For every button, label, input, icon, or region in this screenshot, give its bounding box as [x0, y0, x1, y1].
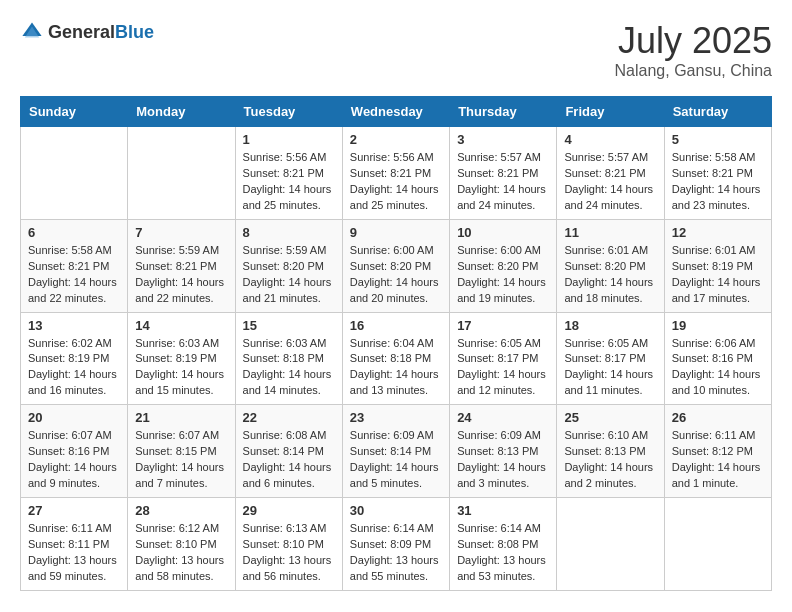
weekday-header-monday: Monday	[128, 97, 235, 127]
day-number: 1	[243, 132, 335, 147]
calendar-cell: 1Sunrise: 5:56 AM Sunset: 8:21 PM Daylig…	[235, 127, 342, 220]
day-info: Sunrise: 5:58 AM Sunset: 8:21 PM Dayligh…	[672, 150, 764, 214]
title-block: July 2025 Nalang, Gansu, China	[615, 20, 772, 80]
day-info: Sunrise: 5:59 AM Sunset: 8:20 PM Dayligh…	[243, 243, 335, 307]
calendar-cell: 3Sunrise: 5:57 AM Sunset: 8:21 PM Daylig…	[450, 127, 557, 220]
day-number: 21	[135, 410, 227, 425]
day-number: 23	[350, 410, 442, 425]
calendar-cell: 11Sunrise: 6:01 AM Sunset: 8:20 PM Dayli…	[557, 219, 664, 312]
day-info: Sunrise: 5:58 AM Sunset: 8:21 PM Dayligh…	[28, 243, 120, 307]
day-number: 22	[243, 410, 335, 425]
day-info: Sunrise: 6:09 AM Sunset: 8:14 PM Dayligh…	[350, 428, 442, 492]
week-row-3: 13Sunrise: 6:02 AM Sunset: 8:19 PM Dayli…	[21, 312, 772, 405]
logo-general: General	[48, 22, 115, 42]
day-number: 26	[672, 410, 764, 425]
day-info: Sunrise: 6:14 AM Sunset: 8:09 PM Dayligh…	[350, 521, 442, 585]
day-info: Sunrise: 6:11 AM Sunset: 8:12 PM Dayligh…	[672, 428, 764, 492]
calendar-cell: 15Sunrise: 6:03 AM Sunset: 8:18 PM Dayli…	[235, 312, 342, 405]
calendar-cell: 2Sunrise: 5:56 AM Sunset: 8:21 PM Daylig…	[342, 127, 449, 220]
day-info: Sunrise: 6:10 AM Sunset: 8:13 PM Dayligh…	[564, 428, 656, 492]
day-number: 24	[457, 410, 549, 425]
day-info: Sunrise: 6:02 AM Sunset: 8:19 PM Dayligh…	[28, 336, 120, 400]
day-number: 4	[564, 132, 656, 147]
calendar-cell: 22Sunrise: 6:08 AM Sunset: 8:14 PM Dayli…	[235, 405, 342, 498]
calendar-cell: 8Sunrise: 5:59 AM Sunset: 8:20 PM Daylig…	[235, 219, 342, 312]
day-number: 16	[350, 318, 442, 333]
calendar-cell	[21, 127, 128, 220]
calendar-cell: 20Sunrise: 6:07 AM Sunset: 8:16 PM Dayli…	[21, 405, 128, 498]
day-info: Sunrise: 6:07 AM Sunset: 8:16 PM Dayligh…	[28, 428, 120, 492]
calendar-cell: 9Sunrise: 6:00 AM Sunset: 8:20 PM Daylig…	[342, 219, 449, 312]
day-info: Sunrise: 6:00 AM Sunset: 8:20 PM Dayligh…	[457, 243, 549, 307]
day-number: 3	[457, 132, 549, 147]
calendar-cell: 19Sunrise: 6:06 AM Sunset: 8:16 PM Dayli…	[664, 312, 771, 405]
calendar-cell	[557, 498, 664, 591]
week-row-4: 20Sunrise: 6:07 AM Sunset: 8:16 PM Dayli…	[21, 405, 772, 498]
calendar-cell: 25Sunrise: 6:10 AM Sunset: 8:13 PM Dayli…	[557, 405, 664, 498]
day-info: Sunrise: 6:01 AM Sunset: 8:20 PM Dayligh…	[564, 243, 656, 307]
day-number: 29	[243, 503, 335, 518]
calendar-cell: 4Sunrise: 5:57 AM Sunset: 8:21 PM Daylig…	[557, 127, 664, 220]
day-info: Sunrise: 5:56 AM Sunset: 8:21 PM Dayligh…	[243, 150, 335, 214]
day-info: Sunrise: 5:59 AM Sunset: 8:21 PM Dayligh…	[135, 243, 227, 307]
day-number: 12	[672, 225, 764, 240]
day-number: 10	[457, 225, 549, 240]
calendar-cell: 10Sunrise: 6:00 AM Sunset: 8:20 PM Dayli…	[450, 219, 557, 312]
day-number: 11	[564, 225, 656, 240]
day-number: 18	[564, 318, 656, 333]
day-info: Sunrise: 6:05 AM Sunset: 8:17 PM Dayligh…	[564, 336, 656, 400]
location-title: Nalang, Gansu, China	[615, 62, 772, 80]
day-number: 30	[350, 503, 442, 518]
calendar-cell: 17Sunrise: 6:05 AM Sunset: 8:17 PM Dayli…	[450, 312, 557, 405]
weekday-header-friday: Friday	[557, 97, 664, 127]
calendar-cell: 29Sunrise: 6:13 AM Sunset: 8:10 PM Dayli…	[235, 498, 342, 591]
day-info: Sunrise: 6:09 AM Sunset: 8:13 PM Dayligh…	[457, 428, 549, 492]
weekday-header-tuesday: Tuesday	[235, 97, 342, 127]
day-info: Sunrise: 6:03 AM Sunset: 8:19 PM Dayligh…	[135, 336, 227, 400]
calendar-cell	[128, 127, 235, 220]
calendar-cell: 24Sunrise: 6:09 AM Sunset: 8:13 PM Dayli…	[450, 405, 557, 498]
day-info: Sunrise: 5:57 AM Sunset: 8:21 PM Dayligh…	[564, 150, 656, 214]
day-info: Sunrise: 6:13 AM Sunset: 8:10 PM Dayligh…	[243, 521, 335, 585]
day-number: 19	[672, 318, 764, 333]
calendar-cell: 21Sunrise: 6:07 AM Sunset: 8:15 PM Dayli…	[128, 405, 235, 498]
calendar-cell: 6Sunrise: 5:58 AM Sunset: 8:21 PM Daylig…	[21, 219, 128, 312]
calendar-cell: 12Sunrise: 6:01 AM Sunset: 8:19 PM Dayli…	[664, 219, 771, 312]
weekday-header-thursday: Thursday	[450, 97, 557, 127]
day-info: Sunrise: 6:03 AM Sunset: 8:18 PM Dayligh…	[243, 336, 335, 400]
day-number: 9	[350, 225, 442, 240]
page-header: GeneralBlue July 2025 Nalang, Gansu, Chi…	[20, 20, 772, 80]
calendar-cell: 16Sunrise: 6:04 AM Sunset: 8:18 PM Dayli…	[342, 312, 449, 405]
calendar-cell: 7Sunrise: 5:59 AM Sunset: 8:21 PM Daylig…	[128, 219, 235, 312]
week-row-2: 6Sunrise: 5:58 AM Sunset: 8:21 PM Daylig…	[21, 219, 772, 312]
day-info: Sunrise: 6:01 AM Sunset: 8:19 PM Dayligh…	[672, 243, 764, 307]
day-number: 5	[672, 132, 764, 147]
day-info: Sunrise: 6:05 AM Sunset: 8:17 PM Dayligh…	[457, 336, 549, 400]
calendar-cell: 30Sunrise: 6:14 AM Sunset: 8:09 PM Dayli…	[342, 498, 449, 591]
day-number: 6	[28, 225, 120, 240]
day-info: Sunrise: 5:57 AM Sunset: 8:21 PM Dayligh…	[457, 150, 549, 214]
day-info: Sunrise: 6:14 AM Sunset: 8:08 PM Dayligh…	[457, 521, 549, 585]
weekday-header-saturday: Saturday	[664, 97, 771, 127]
calendar-table: SundayMondayTuesdayWednesdayThursdayFrid…	[20, 96, 772, 591]
day-number: 17	[457, 318, 549, 333]
day-number: 13	[28, 318, 120, 333]
day-number: 8	[243, 225, 335, 240]
day-info: Sunrise: 6:07 AM Sunset: 8:15 PM Dayligh…	[135, 428, 227, 492]
weekday-header-wednesday: Wednesday	[342, 97, 449, 127]
calendar-cell: 13Sunrise: 6:02 AM Sunset: 8:19 PM Dayli…	[21, 312, 128, 405]
week-row-1: 1Sunrise: 5:56 AM Sunset: 8:21 PM Daylig…	[21, 127, 772, 220]
day-info: Sunrise: 6:11 AM Sunset: 8:11 PM Dayligh…	[28, 521, 120, 585]
calendar-cell: 27Sunrise: 6:11 AM Sunset: 8:11 PM Dayli…	[21, 498, 128, 591]
day-number: 14	[135, 318, 227, 333]
calendar-cell: 5Sunrise: 5:58 AM Sunset: 8:21 PM Daylig…	[664, 127, 771, 220]
day-number: 25	[564, 410, 656, 425]
day-info: Sunrise: 6:06 AM Sunset: 8:16 PM Dayligh…	[672, 336, 764, 400]
logo-blue: Blue	[115, 22, 154, 42]
month-title: July 2025	[615, 20, 772, 62]
day-number: 2	[350, 132, 442, 147]
day-number: 31	[457, 503, 549, 518]
calendar-cell: 14Sunrise: 6:03 AM Sunset: 8:19 PM Dayli…	[128, 312, 235, 405]
day-number: 28	[135, 503, 227, 518]
logo: GeneralBlue	[20, 20, 154, 44]
